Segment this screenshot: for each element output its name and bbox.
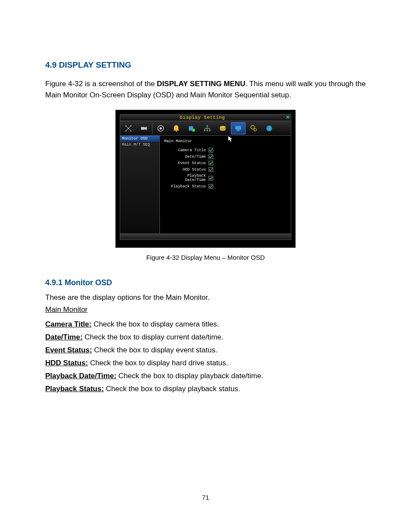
dialog-titlebar: Display Setting × [120,114,291,121]
svg-rect-16 [237,130,239,131]
field-hdd-status: HDD Status: Check the box to display har… [45,359,366,367]
datetime-icon[interactable] [184,122,199,134]
field-event-status: Event Status: Check the box to display e… [45,346,366,355]
field-playback-status: Playback Status: Check the box to displa… [45,385,366,393]
option-row-hdd-status: HDD Status [164,167,286,172]
field-desc: Check the box to display current date/ti… [83,333,224,341]
field-name: Playback Status: [45,385,104,393]
svg-point-6 [160,127,162,129]
svg-point-7 [176,131,177,132]
dialog-footer-bar [120,234,291,240]
alarm-icon[interactable] [169,122,184,134]
option-label: Camera Title [178,148,206,152]
svg-rect-11 [204,130,206,131]
intro-paragraph: Figure 4-32 is a screenshot of the DISPL… [45,78,366,100]
field-playback-datetime: Playback Date/Time: Check the box to dis… [45,372,366,380]
info-icon[interactable]: i [262,122,277,134]
field-desc: Check the box to display event status. [92,346,218,354]
field-desc: Check the box to display camera titles. [91,320,219,328]
field-name: HDD Status: [45,359,88,367]
svg-point-2 [131,125,131,126]
svg-point-19 [254,128,256,131]
figure-caption: Figure 4-32 Display Menu – Monitor OSD [45,254,366,261]
field-desc: Check the box to display hard drive stat… [88,359,228,367]
option-label: Event Status [178,161,206,165]
close-icon[interactable]: × [285,115,291,121]
camera-icon[interactable] [137,122,151,134]
record-icon[interactable] [153,122,168,134]
intro-bold: DISPLAY SETTING MENU [157,80,245,88]
field-name: Camera Title: [45,320,91,328]
svg-point-14 [220,126,225,128]
option-label: Date/Time [185,155,206,159]
screenshot-container: Display Setting × [115,110,296,248]
intro-pre: Figure 4-32 is a screenshot of the [45,80,157,88]
sidebar-item-monitor-osd[interactable]: Monitor OSD [120,136,159,142]
dialog-toolbar: i [120,121,291,136]
main-monitor-header: Main Monitor [45,305,366,314]
svg-rect-15 [235,126,241,130]
svg-point-1 [125,125,126,126]
svg-rect-17 [237,131,240,131]
svg-rect-12 [206,130,208,131]
checkbox-event-status[interactable] [209,161,213,165]
intro-sentence: These are the display options for the Ma… [45,293,366,302]
checkbox-playback-status[interactable] [209,184,213,189]
dialog-content: Main Monitor Camera Title Date/Time Even… [160,136,291,233]
svg-rect-10 [206,125,208,126]
page-number: 71 [0,494,411,501]
display-icon[interactable] [231,122,246,134]
option-label: Playback Status [171,184,206,189]
checkbox-date-time[interactable] [209,154,213,159]
field-desc: Check the box to display playback status… [104,385,240,393]
option-row-event-status: Event Status [164,161,286,165]
option-label: HDD Status [183,168,206,172]
network-icon[interactable] [200,122,215,134]
svg-point-18 [251,125,254,129]
field-name: Date/Time: [45,333,83,341]
svg-point-4 [131,131,131,131]
option-row-camera-title: Camera Title [164,148,286,152]
dialog-sidebar: Monitor OSD Main M/T SEQ [120,136,160,233]
option-row-playback-status: Playback Status [164,184,286,189]
express-icon[interactable] [121,122,136,134]
field-desc: Check the box to display playback date/t… [116,372,263,380]
dialog-body: Monitor OSD Main M/T SEQ Main Monitor Ca… [120,136,291,234]
svg-rect-13 [209,130,210,131]
dialog-title: Display Setting [120,115,285,120]
option-row-playback-datetime: Playback Date/Time [164,174,286,182]
system-icon[interactable] [246,122,261,134]
option-row-date-time: Date/Time [164,154,286,159]
disk-icon[interactable] [215,122,230,134]
checkbox-camera-title[interactable] [209,148,213,152]
checkbox-playback-datetime[interactable] [209,176,213,180]
field-name: Event Status: [45,346,92,354]
subsection-heading: 4.9.1 Monitor OSD [45,278,366,287]
option-label: Playback Date/Time [164,174,206,182]
section-heading: 4.9 DISPLAY SETTING [45,60,366,70]
content-section-title: Main Monitor [164,139,286,143]
display-setting-dialog: Display Setting × [120,114,291,240]
field-date-time: Date/Time: Check the box to display curr… [45,333,366,342]
field-camera-title: Camera Title: Check the box to display c… [45,320,366,329]
field-name: Playback Date/Time: [45,372,116,380]
cursor-icon [228,136,233,144]
toolbar-separator [152,123,153,134]
sidebar-item-main-mt-seq[interactable]: Main M/T SEQ [120,142,159,148]
svg-point-0 [128,128,129,129]
checkbox-hdd-status[interactable] [209,167,213,172]
svg-point-3 [125,131,126,131]
